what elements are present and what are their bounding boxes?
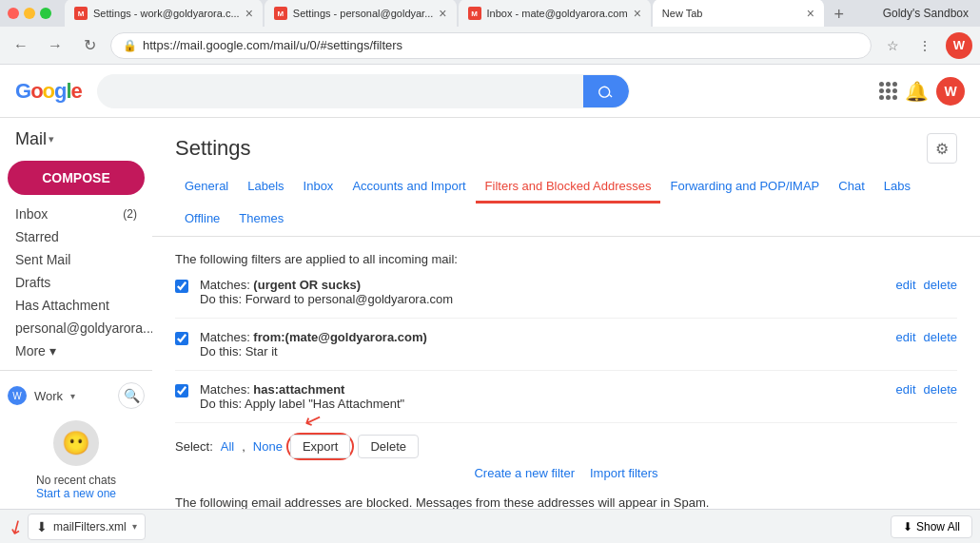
reload-button[interactable]: ↻ bbox=[76, 32, 103, 59]
bookmark-icon[interactable]: ☆ bbox=[879, 32, 906, 59]
back-button[interactable]: ← bbox=[8, 32, 34, 59]
notifications-icon[interactable]: 🔔 bbox=[905, 80, 929, 103]
sidebar-item-starred[interactable]: Starred bbox=[0, 225, 152, 248]
sidebar-personal-label: personal@goldyarora.... bbox=[15, 320, 152, 336]
sidebar-more-label: More ▾ bbox=[15, 343, 56, 359]
tab-accounts[interactable]: Accounts and Import bbox=[343, 171, 475, 204]
download-chevron[interactable]: ▾ bbox=[132, 521, 137, 532]
filter-match-1: Matches: (urgent OR sucks) bbox=[200, 278, 896, 292]
filter-edit-links-2: edit delete bbox=[896, 330, 957, 344]
user-avatar[interactable]: W bbox=[936, 77, 965, 106]
import-filters-link[interactable]: Import filters bbox=[590, 466, 658, 480]
search-input[interactable] bbox=[98, 84, 583, 99]
export-button-container: Export bbox=[290, 435, 351, 458]
settings-title: Settings bbox=[175, 136, 251, 161]
start-new-chat-link[interactable]: Start a new one bbox=[8, 487, 145, 500]
tab-general[interactable]: General bbox=[175, 171, 238, 204]
filter-match-3: Matches: has:attachment bbox=[200, 382, 896, 397]
new-tab-button[interactable]: + bbox=[826, 1, 853, 28]
tab-inbox[interactable]: Inbox bbox=[294, 171, 343, 204]
main-content: Settings ⚙ General Labels Inbox Accounts… bbox=[152, 118, 980, 509]
sidebar-more[interactable]: More ▾ bbox=[0, 339, 152, 362]
filter-edit-3[interactable]: edit bbox=[896, 382, 916, 397]
create-filter-link[interactable]: Create a new filter bbox=[474, 466, 575, 480]
sidebar-item-drafts[interactable]: Drafts bbox=[0, 271, 152, 294]
download-bar: ↙ ⬇ mailFilters.xml ▾ ⬇ Show All bbox=[0, 509, 980, 543]
filter-delete-3[interactable]: delete bbox=[924, 382, 957, 397]
filter-checkbox-3[interactable] bbox=[175, 384, 188, 398]
sidebar: Mail ▾ COMPOSE Inbox (2) Starred Sent Ma… bbox=[0, 118, 152, 509]
filter-action-1: Do this: Forward to personal@goldyarora.… bbox=[200, 292, 896, 306]
filter-edit-1[interactable]: edit bbox=[896, 278, 916, 292]
filter-checkbox-2[interactable] bbox=[175, 332, 188, 345]
lock-icon: 🔒 bbox=[123, 39, 137, 52]
chat-section: 😶 No recent chats Start a new one bbox=[0, 413, 152, 508]
forward-button[interactable]: → bbox=[42, 32, 69, 59]
download-file-name: mailFilters.xml bbox=[53, 520, 127, 533]
tab-forwarding[interactable]: Forwarding and POP/IMAP bbox=[660, 171, 829, 204]
tab-close-2[interactable]: × bbox=[439, 6, 446, 21]
tab-filters[interactable]: Filters and Blocked Addresses bbox=[476, 171, 661, 204]
red-arrow-download: ↙ bbox=[3, 513, 29, 540]
account-chevron: ▾ bbox=[70, 391, 75, 401]
filter-action-3: Do this: Apply label "Has Attachment" bbox=[200, 397, 896, 411]
search-contacts-button[interactable]: 🔍 bbox=[118, 382, 145, 409]
tab-settings-personal[interactable]: M Settings - personal@goldyar... × bbox=[265, 0, 457, 28]
filter-delete-1[interactable]: delete bbox=[924, 278, 957, 292]
show-all-button[interactable]: ⬇ Show All bbox=[891, 515, 972, 538]
filter-delete-2[interactable]: delete bbox=[924, 330, 957, 344]
search-bar[interactable] bbox=[97, 74, 630, 108]
search-button[interactable] bbox=[583, 74, 629, 108]
minimize-button[interactable] bbox=[24, 8, 35, 19]
profile-button[interactable]: W bbox=[946, 32, 972, 59]
sidebar-item-sent[interactable]: Sent Mail bbox=[0, 248, 152, 271]
gmail-content: Google 🔔 W bbox=[0, 65, 980, 509]
account-item[interactable]: W Work ▾ 🔍 bbox=[0, 378, 152, 413]
download-file[interactable]: ⬇ mailFilters.xml ▾ bbox=[28, 514, 146, 540]
tab-close-4[interactable]: × bbox=[807, 6, 814, 21]
header-actions: 🔔 W bbox=[879, 77, 965, 106]
filter-links: Create a new filter Import filters bbox=[175, 466, 957, 480]
apps-icon[interactable] bbox=[879, 82, 897, 100]
settings-tabs: General Labels Inbox Accounts and Import… bbox=[152, 171, 980, 237]
tab-inbox-mate[interactable]: M Inbox - mate@goldyarora.com × bbox=[459, 0, 651, 28]
sidebar-drafts-label: Drafts bbox=[15, 275, 50, 290]
tab-themes[interactable]: Themes bbox=[229, 204, 293, 236]
compose-button[interactable]: COMPOSE bbox=[8, 161, 145, 195]
filters-section-title: The following filters are applied to all… bbox=[175, 252, 957, 266]
settings-gear-button[interactable]: ⚙ bbox=[927, 133, 957, 164]
select-all-link[interactable]: All bbox=[221, 439, 234, 454]
filter-row-3: Matches: has:attachment Do this: Apply l… bbox=[175, 382, 957, 423]
tab-new[interactable]: New Tab × bbox=[653, 0, 824, 28]
tab-settings-work[interactable]: M Settings - work@goldyarora.c... × bbox=[65, 0, 263, 28]
tab-labs[interactable]: Labs bbox=[874, 171, 920, 204]
export-button[interactable]: Export bbox=[290, 435, 351, 458]
mail-label[interactable]: Mail ▾ bbox=[0, 126, 152, 153]
filter-checkbox-1[interactable] bbox=[175, 280, 188, 293]
tab-close-1[interactable]: × bbox=[245, 6, 253, 21]
filter-edit-2[interactable]: edit bbox=[896, 330, 916, 344]
tab-close-3[interactable]: × bbox=[634, 6, 641, 21]
sidebar-attachment-label: Has Attachment bbox=[15, 298, 109, 313]
blocked-title: The following email addresses are blocke… bbox=[175, 495, 957, 509]
maximize-button[interactable] bbox=[40, 8, 51, 19]
delete-selected-button[interactable]: Delete bbox=[358, 435, 419, 458]
chat-avatar: 😶 bbox=[53, 420, 99, 466]
filter-match-2: Matches: from:(mate@goldyarora.com) bbox=[200, 330, 896, 344]
close-button[interactable] bbox=[8, 8, 19, 19]
sidebar-item-has-attachment[interactable]: Has Attachment bbox=[0, 294, 152, 317]
filter-edit-links-3: edit delete bbox=[896, 382, 957, 397]
tab-chat[interactable]: Chat bbox=[829, 171, 873, 204]
select-none-link[interactable]: None bbox=[253, 439, 283, 454]
more-tools-icon[interactable]: ⋮ bbox=[911, 32, 938, 59]
sidebar-item-inbox[interactable]: Inbox (2) bbox=[0, 203, 152, 225]
sidebar-inbox-count: (2) bbox=[123, 207, 137, 221]
sidebar-item-personal[interactable]: personal@goldyarora.... bbox=[0, 317, 152, 339]
tab-offline[interactable]: Offline bbox=[175, 204, 229, 236]
sidebar-sent-label: Sent Mail bbox=[15, 252, 70, 267]
tab-title-1: Settings - work@goldyarora.c... bbox=[93, 8, 240, 19]
google-logo: Google bbox=[15, 79, 82, 104]
address-bar[interactable]: 🔒 https://mail.google.com/mail/u/0/#sett… bbox=[110, 32, 872, 59]
sidebar-starred-label: Starred bbox=[15, 229, 59, 244]
tab-labels[interactable]: Labels bbox=[238, 171, 293, 204]
